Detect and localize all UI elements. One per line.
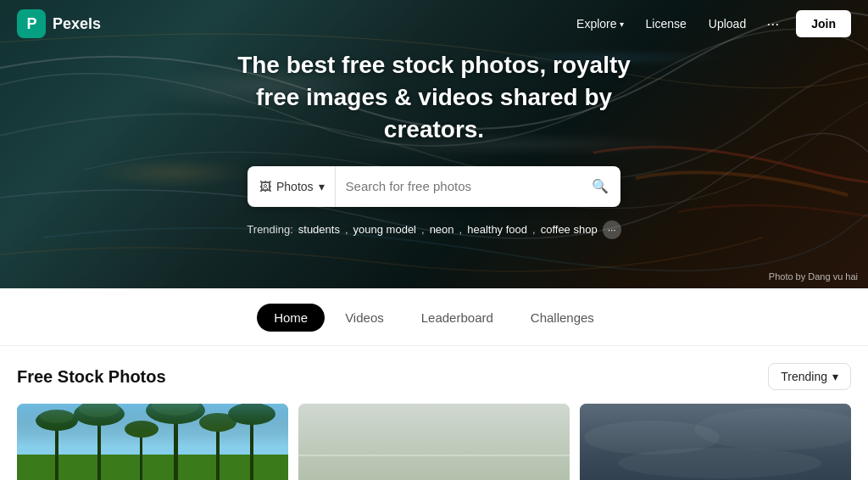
sep-4: , xyxy=(532,223,536,236)
photo-card-1[interactable] xyxy=(17,404,288,480)
join-button[interactable]: Join xyxy=(796,10,851,37)
hero-heading: The best free stock photos, royalty free… xyxy=(222,49,646,145)
photo-1-svg xyxy=(17,404,288,480)
photo-2-svg xyxy=(298,404,570,480)
logo-icon: P xyxy=(17,9,46,38)
license-nav-link[interactable]: License xyxy=(637,12,695,36)
trending-tag-healthy-food[interactable]: healthy food xyxy=(467,223,527,236)
search-type-dropdown[interactable]: 🖼 Photos ▾ xyxy=(248,166,336,207)
main-section: Free Stock Photos Trending ▾ xyxy=(0,346,868,480)
navbar: P Pexels Explore ▾ License Upload ··· Jo… xyxy=(0,0,868,47)
tabs-row: Home Videos Leaderboard Challenges xyxy=(0,288,868,346)
more-options-button[interactable]: ··· xyxy=(760,10,786,38)
nav-links: Explore ▾ License Upload ··· Join xyxy=(568,10,851,38)
trending-tag-neon[interactable]: neon xyxy=(430,223,454,236)
trending-tag-coffee-shop[interactable]: coffee shop xyxy=(541,223,598,236)
explore-label: Explore xyxy=(576,17,616,31)
search-input[interactable] xyxy=(336,179,580,193)
trending-more-button[interactable]: ··· xyxy=(603,220,621,239)
search-icon: 🔍 xyxy=(592,178,609,194)
section-header: Free Stock Photos Trending ▾ xyxy=(17,363,851,390)
photo-grid xyxy=(17,404,851,480)
trending-tag-students[interactable]: students xyxy=(298,223,340,236)
trending-sort-label: Trending xyxy=(781,370,827,383)
license-label: License xyxy=(646,17,687,31)
photo-3-svg xyxy=(580,404,851,480)
explore-chevron-icon: ▾ xyxy=(620,20,624,29)
upload-label: Upload xyxy=(709,17,746,31)
trending-label: Trending: xyxy=(247,223,292,236)
search-bar: 🖼 Photos ▾ 🔍 xyxy=(248,166,620,207)
hero-section: P Pexels Explore ▾ License Upload ··· Jo… xyxy=(0,0,868,288)
sep-2: , xyxy=(421,223,425,236)
tab-challenges[interactable]: Challenges xyxy=(514,304,611,332)
photo-card-3[interactable] xyxy=(580,404,851,480)
sep-3: , xyxy=(459,223,463,236)
search-submit-button[interactable]: 🔍 xyxy=(580,178,620,194)
photo-type-icon: 🖼 xyxy=(259,180,271,193)
tab-home[interactable]: Home xyxy=(257,304,325,332)
search-type-chevron-icon: ▾ xyxy=(319,180,325,193)
search-type-label: Photos xyxy=(276,180,314,193)
trending-tag-young-model[interactable]: young model xyxy=(353,223,416,236)
trending-row: Trending: students , young model , neon … xyxy=(247,220,620,239)
photo-card-2[interactable] xyxy=(298,404,570,480)
svg-rect-19 xyxy=(298,455,570,456)
photo-credit: Photo by Dang vu hai xyxy=(769,271,858,282)
explore-nav-link[interactable]: Explore ▾ xyxy=(568,12,632,36)
svg-point-23 xyxy=(618,448,821,478)
svg-rect-17 xyxy=(17,404,288,446)
tab-leaderboard[interactable]: Leaderboard xyxy=(404,304,510,332)
tab-videos[interactable]: Videos xyxy=(328,304,401,332)
section-title: Free Stock Photos xyxy=(17,367,166,387)
sep-1: , xyxy=(345,223,348,236)
svg-rect-18 xyxy=(298,404,570,480)
logo-link[interactable]: P Pexels xyxy=(17,9,101,38)
brand-name: Pexels xyxy=(53,15,101,33)
trending-sort-dropdown[interactable]: Trending ▾ xyxy=(768,363,851,390)
trending-sort-chevron-icon: ▾ xyxy=(832,370,838,383)
upload-nav-link[interactable]: Upload xyxy=(700,12,754,36)
